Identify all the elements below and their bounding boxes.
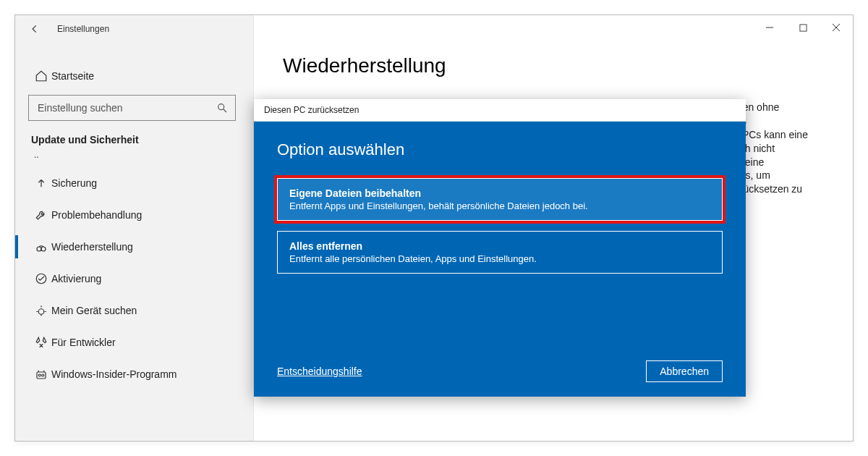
main-pane: Wiederherstellung men ohne Cs s PCs kann… <box>254 15 853 441</box>
option-description: Entfernt Apps und Einstellungen, behält … <box>289 200 710 211</box>
svg-point-2 <box>41 247 46 251</box>
background-help-text: men ohne Cs s PCs kann eine och nicht ie… <box>734 101 843 196</box>
sidebar-item-upload[interactable]: Sicherung <box>28 167 236 199</box>
svg-point-7 <box>42 374 44 376</box>
sidebar-item-recovery[interactable]: Wiederherstellung <box>28 231 236 263</box>
svg-point-4 <box>38 309 44 315</box>
option-keep-files[interactable]: Eigene Dateien beibehaltenEntfernt Apps … <box>277 178 723 221</box>
svg-point-1 <box>37 247 41 251</box>
option-title: Alles entfernen <box>289 240 710 252</box>
sidebar-item-locate[interactable]: Mein Gerät suchen <box>28 295 236 326</box>
sidebar-item-label: Wiederherstellung <box>51 241 133 253</box>
svg-rect-8 <box>799 24 806 30</box>
sidebar-item-check[interactable]: Aktivierung <box>28 263 236 295</box>
close-button[interactable] <box>820 15 853 40</box>
cancel-button[interactable]: Abbrechen <box>646 360 723 382</box>
overflow-dots[interactable]: .. <box>28 150 236 167</box>
locate-icon <box>31 304 51 317</box>
option-title: Eigene Dateien beibehalten <box>289 187 710 199</box>
sidebar: Einstellungen Startseite Update und Sich… <box>15 15 254 441</box>
search-input-wrapper[interactable] <box>28 95 236 121</box>
sidebar-item-label: Für Entwickler <box>51 337 116 348</box>
app-name: Einstellungen <box>57 24 109 34</box>
maximize-button[interactable] <box>786 15 820 40</box>
upload-icon <box>31 177 51 190</box>
page-title: Wiederherstellung <box>283 54 824 77</box>
dialog-window-title: Diesen PC zurücksetzen <box>264 105 359 115</box>
option-description: Entfernt alle persönlichen Dateien, Apps… <box>289 253 710 264</box>
tools-icon <box>31 336 51 349</box>
settings-window: Einstellungen Startseite Update und Sich… <box>14 14 854 442</box>
sidebar-home[interactable]: Startseite <box>28 60 236 92</box>
sidebar-home-label: Startseite <box>51 70 94 82</box>
back-icon[interactable] <box>28 24 41 34</box>
dialog-heading: Option auswählen <box>277 140 723 159</box>
titlebar: Einstellungen <box>15 15 253 43</box>
dialog-titlebar: Diesen PC zurücksetzen <box>254 99 746 122</box>
section-header: Update und Sicherheit <box>28 134 236 145</box>
recovery-icon <box>31 240 51 253</box>
sidebar-item-label: Aktivierung <box>51 273 101 284</box>
search-icon <box>216 102 228 114</box>
insider-icon <box>31 368 51 381</box>
wrench-icon <box>31 208 51 221</box>
search-input[interactable] <box>36 101 198 114</box>
svg-point-0 <box>218 104 224 110</box>
sidebar-item-insider[interactable]: Windows-Insider-Programm <box>28 358 236 390</box>
sidebar-item-label: Sicherung <box>51 177 97 189</box>
sidebar-item-label: Windows-Insider-Programm <box>51 368 176 380</box>
decision-help-link[interactable]: Entscheidungshilfe <box>277 366 362 377</box>
reset-pc-dialog: Diesen PC zurücksetzen Option auswählen … <box>254 99 746 397</box>
svg-point-6 <box>38 374 41 376</box>
minimize-button[interactable] <box>753 15 786 40</box>
option-remove-everything[interactable]: Alles entfernenEntfernt alle persönliche… <box>277 231 723 274</box>
sidebar-item-tools[interactable]: Für Entwickler <box>28 326 236 358</box>
sidebar-item-label: Problembehandlung <box>51 209 142 221</box>
check-icon <box>31 272 51 285</box>
sidebar-item-wrench[interactable]: Problembehandlung <box>28 199 236 231</box>
sidebar-item-label: Mein Gerät suchen <box>51 305 137 316</box>
home-icon <box>31 69 51 83</box>
